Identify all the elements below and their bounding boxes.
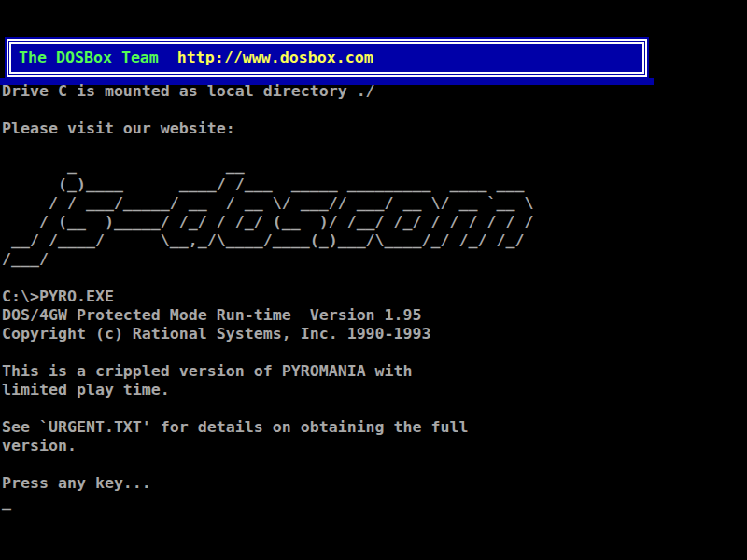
blank-line	[2, 455, 533, 474]
text-cursor: _	[2, 493, 533, 511]
dosbox-banner: The DOSBox Teamhttp://www.dosbox.com	[5, 37, 649, 78]
blank-line	[2, 343, 533, 362]
banner-double-border: The DOSBox Teamhttp://www.dosbox.com	[7, 39, 647, 77]
blank-line	[2, 101, 533, 119]
banner-team-label: The DOSBox Team	[19, 49, 159, 66]
terminal-output: Drive C is mounted as local directory ./…	[2, 82, 533, 511]
dos4gw-version-line: DOS/4GW Protected Mode Run-time Version …	[2, 306, 533, 325]
mount-message-line: Drive C is mounted as local directory ./	[2, 82, 533, 101]
blank-line	[2, 138, 533, 157]
banner-url-text: http://www.dosbox.com	[177, 49, 374, 66]
ascii-art-line-5: __/ /____/ \__,_/\____/____(_)___/\____/…	[2, 231, 533, 250]
command-prompt-line: C:\>PYRO.EXE	[2, 287, 533, 306]
ascii-art-line-3: / / ___/_____/ __ / __ \/ ___// ___/ __ …	[2, 194, 533, 213]
ascii-art-line-4: / (__ )_____/ /_/ / /_/ (__ )/ /__/ /_/ …	[2, 213, 533, 231]
ascii-art-line-6: /___/	[2, 250, 533, 269]
ascii-art-line-2: (_)____ ____/ /___ _____ _________ ____ …	[2, 175, 533, 194]
press-any-key-line: Press any key...	[2, 474, 533, 493]
terminal-screen[interactable]: The DOSBox Teamhttp://www.dosbox.com Dri…	[0, 0, 747, 560]
website-message-line: Please visit our website:	[2, 119, 533, 138]
copyright-line: Copyright (c) Rational Systems, Inc. 199…	[2, 325, 533, 343]
urgent-txt-line-2: version.	[2, 437, 533, 455]
banner-text: The DOSBox Teamhttp://www.dosbox.com	[11, 49, 374, 67]
blank-line	[2, 269, 533, 287]
urgent-txt-line-1: See `URGENT.TXT' for details on obtainin…	[2, 418, 533, 437]
ascii-art-line-1: _ __	[2, 157, 533, 175]
crippled-notice-line-1: This is a crippled version of PYROMANIA …	[2, 362, 533, 381]
blank-line	[2, 399, 533, 418]
crippled-notice-line-2: limited play time.	[2, 381, 533, 399]
